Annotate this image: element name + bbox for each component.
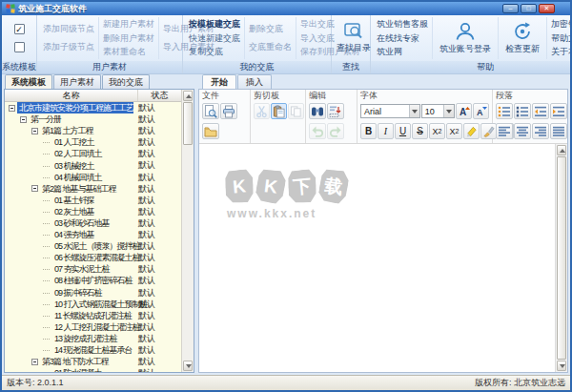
tree-row[interactable]: 12 人工挖孔混凝土灌注桩 默认: [5, 321, 181, 333]
tab-home[interactable]: 开始: [202, 74, 236, 89]
ribbon-button[interactable]: 素材重命名: [103, 46, 154, 58]
tree-expand-icon[interactable]: [43, 208, 51, 216]
ribbon-button[interactable]: 筑业销售客服: [377, 18, 428, 31]
tree-row[interactable]: 05 水泥土（喷浆）搅拌桩 默认: [5, 240, 181, 252]
tree-expand-icon[interactable]: [43, 265, 51, 273]
tree-row[interactable]: 北京市建筑安装分项工程施工工艺规程 默认: [5, 102, 181, 113]
ribbon-button[interactable]: 交底重命名: [249, 41, 292, 53]
tree-expand-icon[interactable]: [31, 128, 38, 134]
tree-row[interactable]: 04 机械回填土 默认: [5, 172, 181, 183]
numbered-list-button[interactable]: [514, 103, 531, 119]
tab-user-material[interactable]: 用户素材: [53, 74, 101, 89]
tree-expand-icon[interactable]: [43, 150, 51, 157]
strikethrough-button[interactable]: S: [412, 123, 428, 139]
ribbon-button[interactable]: 帮助文件: [551, 32, 572, 45]
tree-expand-icon[interactable]: [43, 312, 51, 320]
chevron-down-icon[interactable]: [409, 105, 419, 117]
tree-row[interactable]: 03 砂和砂石地基 默认: [5, 217, 181, 229]
tree-expand-icon[interactable]: [43, 323, 51, 331]
copy-button[interactable]: [288, 103, 304, 119]
bullet-list-button[interactable]: [496, 103, 513, 119]
tree-expand-icon[interactable]: [43, 138, 51, 146]
superscript-button[interactable]: X2: [446, 123, 462, 139]
system-template-checkbox-2[interactable]: [14, 42, 25, 52]
tree-row[interactable]: 07 夯实水泥土桩 默认: [5, 263, 181, 275]
tree-expand-icon[interactable]: [43, 369, 51, 372]
scrollbar-thumb[interactable]: [183, 102, 193, 145]
tree-expand-icon[interactable]: [43, 219, 51, 227]
tree-expand-icon[interactable]: [43, 162, 51, 170]
scroll-down-icon[interactable]: [557, 361, 566, 371]
tree-row[interactable]: 04 强夯地基 默认: [5, 229, 181, 240]
tree-expand-icon[interactable]: [43, 289, 51, 297]
ribbon-button[interactable]: 删除用户素材: [103, 32, 154, 45]
ribbon-button[interactable]: 加密锁注册: [551, 18, 572, 31]
open-button[interactable]: [202, 123, 219, 139]
tree-row[interactable]: 第2篇 地基与基础工程 默认: [5, 183, 181, 195]
align-left-button[interactable]: [496, 123, 513, 139]
subscript-button[interactable]: X2: [429, 123, 445, 139]
tree-row[interactable]: 03 机械挖土 默认: [5, 159, 181, 171]
increase-indent-button[interactable]: [550, 103, 567, 119]
tree-row[interactable]: 02 人工回填土 默认: [5, 148, 181, 159]
redo-button[interactable]: [327, 123, 344, 139]
ribbon-button[interactable]: 在线找专家: [377, 32, 428, 45]
tree-expand-icon[interactable]: [43, 231, 51, 238]
shrink-font-button[interactable]: A: [473, 103, 489, 119]
find-directory-button[interactable]: 查找目录: [334, 17, 374, 59]
paste-button[interactable]: [271, 103, 287, 119]
align-justify-button[interactable]: [550, 123, 567, 139]
ribbon-button[interactable]: 复制交底: [189, 46, 240, 58]
close-button[interactable]: [539, 4, 555, 13]
editor-scrollbar[interactable]: [555, 144, 567, 372]
tree-row[interactable]: 11 长螺旋钻成孔灌注桩 默认: [5, 310, 181, 321]
bold-button[interactable]: B: [360, 123, 377, 139]
tree-row[interactable]: 01 防水混凝土 默认: [5, 367, 181, 372]
tree-expand-icon[interactable]: [31, 185, 38, 192]
font-size-select[interactable]: 10: [421, 104, 455, 118]
tree-expand-icon[interactable]: [43, 254, 51, 261]
tab-my-disclosure[interactable]: 我的交底: [102, 74, 150, 89]
tree-expand-icon[interactable]: [31, 359, 38, 365]
tree-row[interactable]: 08 柱锤冲扩挤密碎石桩 默认: [5, 275, 181, 286]
tab-insert[interactable]: 插入: [237, 74, 272, 89]
tree-row[interactable]: 09 振冲碎石桩 默认: [5, 287, 181, 299]
ribbon-button[interactable]: 添加子级节点: [43, 41, 94, 53]
find-button[interactable]: [309, 103, 326, 119]
chevron-down-icon[interactable]: [443, 105, 454, 117]
print-button[interactable]: [220, 103, 237, 119]
align-center-button[interactable]: [514, 123, 531, 139]
tree-row[interactable]: 06 长螺旋压灌素混凝土桩 默认: [5, 252, 181, 263]
maximize-button[interactable]: [521, 4, 537, 13]
check-update-button[interactable]: 检查更新: [502, 17, 542, 59]
ribbon-button[interactable]: 新建用户素材: [103, 18, 154, 31]
italic-button[interactable]: I: [378, 123, 394, 139]
tree-expand-icon[interactable]: [43, 277, 51, 284]
document-canvas[interactable]: [199, 144, 567, 372]
undo-button[interactable]: [309, 123, 326, 139]
decrease-indent-button[interactable]: [532, 103, 549, 119]
tree-expand-icon[interactable]: [43, 174, 51, 181]
minimize-button[interactable]: [502, 4, 519, 13]
tree-row[interactable]: 第3篇 地下防水工程 默认: [5, 356, 181, 367]
scrollbar-thumb[interactable]: [557, 156, 566, 360]
tree-expand-icon[interactable]: [43, 242, 51, 250]
tree-expand-icon[interactable]: [20, 116, 27, 123]
tree-scrollbar[interactable]: [181, 90, 194, 372]
tree-row[interactable]: 10 打入式钢筋混凝土预制桩 默认: [5, 299, 181, 310]
ribbon-button[interactable]: 添加同级节点: [43, 23, 94, 35]
tree-row[interactable]: 第一分册 默认: [5, 113, 181, 125]
tab-system-template[interactable]: 系统模板: [5, 74, 52, 89]
tree-expand-icon[interactable]: [43, 335, 51, 342]
print-preview-button[interactable]: [202, 103, 219, 119]
account-login-button[interactable]: 筑业账号登录: [437, 17, 494, 59]
tree-expand-icon[interactable]: [9, 105, 15, 112]
grow-font-button[interactable]: A: [456, 103, 472, 119]
tree-row[interactable]: 01 人工挖土 默认: [5, 136, 181, 148]
tree-expand-icon[interactable]: [43, 300, 51, 308]
underline-button[interactable]: U: [395, 123, 411, 139]
scroll-down-icon[interactable]: [183, 361, 193, 371]
scroll-up-icon[interactable]: [183, 91, 193, 101]
system-template-checkbox-1[interactable]: [14, 24, 25, 34]
ribbon-button[interactable]: 按模板建交底: [189, 18, 240, 31]
